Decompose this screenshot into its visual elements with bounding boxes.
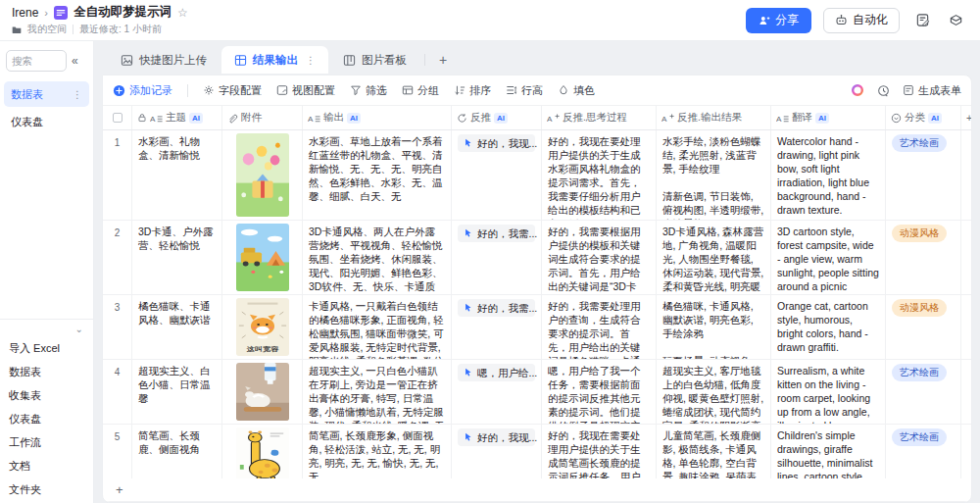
- cell-category[interactable]: 动漫风格: [886, 295, 961, 359]
- attachment-thumbnail[interactable]: [236, 133, 289, 217]
- tab-result-output[interactable]: 结果输出 ⋮: [221, 46, 328, 74]
- add-column-button[interactable]: +: [961, 106, 972, 129]
- category-badge[interactable]: 艺术绘画: [892, 428, 947, 446]
- cell-topic[interactable]: 简笔画、长颈鹿、侧面视角: [132, 425, 222, 478]
- sidebar-item-doc[interactable]: 文档: [0, 454, 93, 478]
- cell-reverse[interactable]: 好的，我需...: [452, 221, 542, 294]
- table-row[interactable]: 5 简笔画、长颈鹿、侧面视角 简笔画, 长颈鹿形象, 侧面视角, 轻松活泼, 站…: [103, 425, 971, 478]
- cell-reverse[interactable]: 嗯，用户给...: [452, 360, 542, 424]
- tab-more-icon[interactable]: ⋮: [306, 55, 316, 66]
- cell-output[interactable]: 3D卡通风格、两人在户外露营烧烤、平视视角、轻松愉悦氛围、坐着烧烤、休闲服装、现…: [303, 221, 452, 294]
- select-all-cell[interactable]: [103, 106, 132, 129]
- add-record-button[interactable]: 添加记录: [113, 83, 172, 98]
- attachment-thumbnail[interactable]: 这叫宽容: [236, 298, 289, 356]
- generate-form-button[interactable]: 生成表单: [903, 83, 961, 98]
- automation-button[interactable]: 自动化: [823, 8, 900, 33]
- field-config-button[interactable]: 字段配置: [203, 83, 262, 98]
- category-badge[interactable]: 动漫风格: [892, 225, 947, 242]
- column-header-reverse[interactable]: 反推AI: [452, 106, 542, 129]
- cell-translation[interactable]: 3D cartoon style, forest campsite, wide …: [771, 221, 886, 294]
- cell-thinking[interactable]: 好的，我需要根据用户提供的模板和关键词生成符合要求的提示词。首先，用户给出的关键…: [542, 221, 657, 294]
- sidebar-item-import-excel[interactable]: 导入 Excel: [0, 336, 93, 360]
- cell-reverse-output[interactable]: 橘色猫咪, 卡通风格, 幽默诙谐, 明亮色彩, 手绘涂鸦 玩耍场景, 动态视角,…: [657, 295, 771, 359]
- cell-thinking[interactable]: 嗯，用户给了我一个任务，需要根据前面的提示词反推其他元素的提示词。他们提供的例子…: [542, 360, 657, 424]
- cell-reverse[interactable]: 好的，我现...: [452, 130, 542, 220]
- cell-thinking[interactable]: 好的，我现在要处理用户提供的关于生成水彩画风格礼物盒的提示词需求。首先，我需要仔…: [542, 130, 657, 220]
- view-config-button[interactable]: 视图配置: [276, 83, 335, 98]
- cell-reverse-output[interactable]: 水彩手绘, 淡粉色蝴蝶结, 柔光照射, 浅蓝背景, 手绘纹理 清新色调, 节日装…: [657, 130, 771, 220]
- ai-magic-icon[interactable]: [851, 83, 864, 97]
- attachment-thumbnail[interactable]: [236, 224, 289, 291]
- reverse-result-chip[interactable]: 好的，我需...: [458, 299, 535, 317]
- column-header-output[interactable]: A 输出AI: [303, 106, 452, 129]
- share-button[interactable]: 分享: [746, 8, 811, 33]
- cell-thinking[interactable]: 好的，我现在需要处理用户提供的关于生成简笔画长颈鹿的提示词反推任务。用户给的例子…: [542, 425, 657, 478]
- cell-attachment[interactable]: [222, 425, 303, 478]
- table-row[interactable]: 1 水彩画、礼物盒、清新愉悦 水彩画、草地上放着一个系着红蓝丝带的礼物盒、平视、…: [103, 130, 971, 221]
- plugin-button[interactable]: [945, 10, 966, 31]
- cell-attachment[interactable]: 这叫宽容: [222, 295, 303, 359]
- tab-image-kanban[interactable]: 图片看板: [330, 46, 419, 74]
- more-dots-icon[interactable]: ⋮: [73, 89, 82, 100]
- sort-button[interactable]: 排序: [454, 83, 491, 98]
- reverse-result-chip[interactable]: 好的，我需...: [458, 225, 535, 242]
- cell-translation[interactable]: Surrealism, a white kitten on the living…: [771, 360, 886, 424]
- reverse-result-chip[interactable]: 好的，我现...: [458, 428, 535, 446]
- sidebar-item-new-dashboard[interactable]: 仪表盘: [0, 407, 93, 430]
- cell-reverse-output[interactable]: 超现实主义, 客厅地毯上的白色幼猫, 低角度仰视, 暖黄色壁灯照射, 蜷缩成团状…: [657, 360, 771, 424]
- cell-category[interactable]: 艺术绘画: [886, 425, 961, 478]
- tab-quick-image-upload[interactable]: 快捷图片上传: [108, 46, 220, 74]
- category-badge[interactable]: 动漫风格: [892, 299, 947, 317]
- cell-attachment[interactable]: [222, 130, 303, 220]
- reverse-result-chip[interactable]: 嗯，用户给...: [458, 364, 535, 381]
- cell-category[interactable]: 艺术绘画: [886, 130, 961, 220]
- sidebar-item-new-datasheet[interactable]: 数据表: [0, 360, 93, 383]
- cell-topic[interactable]: 橘色猫咪、卡通风格、幽默诙谐: [132, 295, 222, 359]
- table-row[interactable]: 2 3D卡通、户外露营、轻松愉悦 3D卡通风格、两人在户外露营烧烤、平视视角、轻…: [103, 221, 971, 295]
- attachment-thumbnail[interactable]: [236, 363, 289, 421]
- sidebar-item-workflow[interactable]: 工作流: [0, 430, 93, 454]
- sidebar-item-collect-form[interactable]: 收集表: [0, 383, 93, 407]
- select-all-checkbox[interactable]: [113, 113, 122, 123]
- cell-reverse-output[interactable]: 儿童简笔画, 长颈鹿侧影, 极简线条, 卡通风格, 单色轮廓, 空白背景, 趣味…: [657, 425, 771, 478]
- cell-output[interactable]: 超现实主义, 一只白色小猫趴在牙刷上, 旁边是一管正在挤出膏体的牙膏, 特写, …: [303, 360, 452, 424]
- group-button[interactable]: 分组: [402, 83, 439, 98]
- breadcrumb-workspace[interactable]: Irene: [12, 6, 38, 20]
- cell-translation[interactable]: Children's simple drawings, giraffe silh…: [771, 425, 886, 478]
- column-header-topic[interactable]: A 主题AI: [132, 106, 222, 129]
- cell-translation[interactable]: Orange cat, cartoon style, humorous, bri…: [771, 295, 886, 359]
- cell-topic[interactable]: 超现实主义、白色小猫、日常温馨: [132, 360, 222, 424]
- form-template-button[interactable]: [911, 10, 933, 31]
- cell-output[interactable]: 简笔画, 长颈鹿形象, 侧面视角, 轻松活泼, 站立, 无, 无, 明亮, 明亮…: [303, 425, 452, 478]
- cell-category[interactable]: 动漫风格: [886, 221, 961, 294]
- cell-attachment[interactable]: [222, 360, 303, 424]
- sidebar-section-toggle[interactable]: ⌄: [0, 320, 93, 336]
- cell-category[interactable]: 艺术绘画: [886, 360, 961, 424]
- cell-thinking[interactable]: 好的，我需要处理用户的查询，生成符合要求的提示词。首先，用户给出的关键词是橘色猫…: [542, 295, 657, 359]
- category-badge[interactable]: 艺术绘画: [892, 364, 947, 381]
- add-row-button[interactable]: +: [103, 478, 971, 502]
- space-name[interactable]: 我的空间: [27, 23, 67, 36]
- column-header-attachment[interactable]: 附件: [222, 106, 303, 129]
- sidebar-item-dashboard[interactable]: 仪表盘: [4, 109, 89, 134]
- cell-attachment[interactable]: [222, 221, 303, 294]
- attachment-thumbnail[interactable]: [236, 428, 289, 478]
- sidebar-collapse-icon[interactable]: «: [72, 54, 78, 68]
- sidebar-item-folder[interactable]: 文件夹: [0, 478, 93, 501]
- cell-output[interactable]: 卡通风格, 一只戴着白色领结的橘色猫咪形象, 正面视角, 轻松幽默氛围, 猫咪面…: [303, 295, 452, 359]
- row-height-button[interactable]: 行高: [506, 83, 543, 98]
- column-header-translation[interactable]: A 翻译AI: [771, 106, 886, 129]
- table-row[interactable]: 3 橘色猫咪、卡通风格、幽默诙谐 这叫宽容 卡通风格, 一只戴着白色领结的橘色猫…: [103, 295, 971, 360]
- cell-reverse[interactable]: 好的，我现...: [452, 425, 542, 478]
- filter-button[interactable]: 筛选: [350, 83, 387, 98]
- fill-color-button[interactable]: 填色: [558, 83, 595, 98]
- cell-topic[interactable]: 水彩画、礼物盒、清新愉悦: [132, 130, 222, 220]
- cell-topic[interactable]: 3D卡通、户外露营、轻松愉悦: [132, 221, 222, 294]
- column-header-thinking[interactable]: A 反推.思考过程: [542, 106, 657, 129]
- history-clock-icon[interactable]: [877, 84, 890, 97]
- reverse-result-chip[interactable]: 好的，我现...: [458, 134, 535, 152]
- search-input[interactable]: [6, 50, 67, 72]
- column-header-reverse-output[interactable]: A 反推.输出结果: [657, 106, 771, 129]
- cell-translation[interactable]: Watercolor hand - drawing, light pink bo…: [771, 130, 886, 220]
- table-row[interactable]: 4 超现实主义、白色小猫、日常温馨 超现实主义, 一只白色小猫趴在牙刷上, 旁边…: [103, 360, 971, 425]
